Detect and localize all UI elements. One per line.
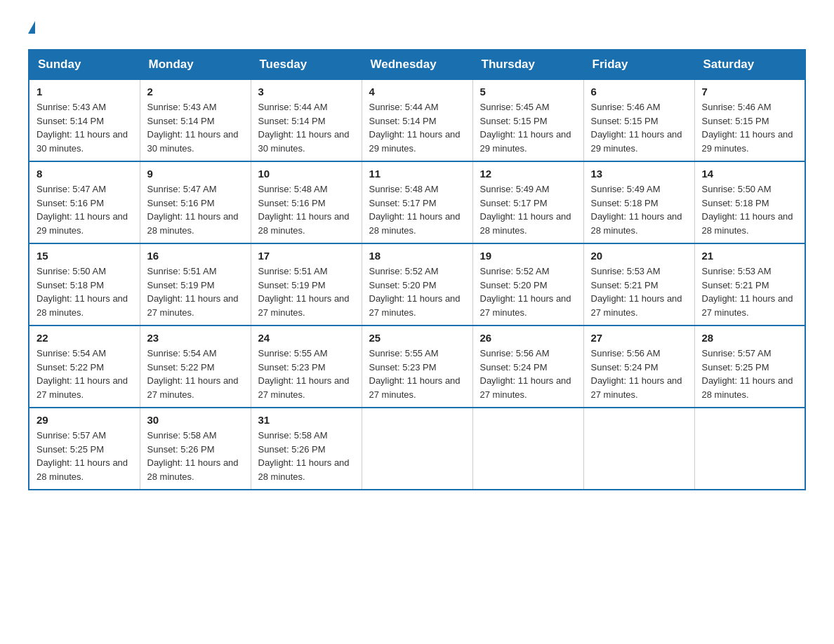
day-info: Sunrise: 5:47 AMSunset: 5:16 PMDaylight:… bbox=[37, 184, 128, 236]
calendar-week-row: 29 Sunrise: 5:57 AMSunset: 5:25 PMDaylig… bbox=[29, 408, 805, 490]
day-number: 30 bbox=[147, 414, 244, 426]
day-number: 16 bbox=[147, 250, 244, 262]
calendar-day-cell: 2 Sunrise: 5:43 AMSunset: 5:14 PMDayligh… bbox=[140, 79, 251, 161]
logo bbox=[28, 21, 35, 35]
calendar-day-cell: 16 Sunrise: 5:51 AMSunset: 5:19 PMDaylig… bbox=[140, 243, 251, 326]
calendar-day-cell: 24 Sunrise: 5:55 AMSunset: 5:23 PMDaylig… bbox=[251, 326, 362, 408]
calendar-day-cell: 31 Sunrise: 5:58 AMSunset: 5:26 PMDaylig… bbox=[251, 408, 362, 490]
calendar-header-monday: Monday bbox=[140, 50, 251, 79]
calendar-header-sunday: Sunday bbox=[29, 50, 140, 79]
calendar-day-cell: 15 Sunrise: 5:50 AMSunset: 5:18 PMDaylig… bbox=[29, 243, 140, 326]
calendar-day-cell: 28 Sunrise: 5:57 AMSunset: 5:25 PMDaylig… bbox=[694, 326, 805, 408]
calendar-day-cell: 27 Sunrise: 5:56 AMSunset: 5:24 PMDaylig… bbox=[583, 326, 694, 408]
calendar-header-friday: Friday bbox=[583, 50, 694, 79]
day-number: 28 bbox=[702, 332, 798, 344]
day-number: 13 bbox=[591, 168, 687, 180]
day-number: 20 bbox=[591, 250, 687, 262]
calendar-day-cell: 23 Sunrise: 5:54 AMSunset: 5:22 PMDaylig… bbox=[140, 326, 251, 408]
day-info: Sunrise: 5:46 AMSunset: 5:15 PMDaylight:… bbox=[702, 102, 793, 154]
day-number: 19 bbox=[480, 250, 576, 262]
day-number: 17 bbox=[258, 250, 355, 262]
calendar-day-cell: 4 Sunrise: 5:44 AMSunset: 5:14 PMDayligh… bbox=[362, 79, 472, 161]
day-info: Sunrise: 5:47 AMSunset: 5:16 PMDaylight:… bbox=[147, 184, 239, 236]
calendar-day-cell: 3 Sunrise: 5:44 AMSunset: 5:14 PMDayligh… bbox=[251, 79, 362, 161]
day-number: 11 bbox=[369, 168, 465, 180]
day-number: 14 bbox=[702, 168, 798, 180]
day-info: Sunrise: 5:53 AMSunset: 5:21 PMDaylight:… bbox=[591, 266, 682, 318]
day-info: Sunrise: 5:58 AMSunset: 5:26 PMDaylight:… bbox=[147, 430, 239, 482]
day-number: 23 bbox=[147, 332, 244, 344]
calendar-header-saturday: Saturday bbox=[694, 50, 805, 79]
calendar-day-cell: 21 Sunrise: 5:53 AMSunset: 5:21 PMDaylig… bbox=[694, 243, 805, 326]
day-number: 6 bbox=[591, 86, 687, 98]
day-number: 4 bbox=[369, 86, 465, 98]
calendar-header-wednesday: Wednesday bbox=[362, 50, 472, 79]
calendar-day-cell bbox=[583, 408, 694, 490]
day-number: 24 bbox=[258, 332, 355, 344]
day-number: 21 bbox=[702, 250, 798, 262]
calendar-day-cell: 11 Sunrise: 5:48 AMSunset: 5:17 PMDaylig… bbox=[362, 161, 472, 243]
day-info: Sunrise: 5:50 AMSunset: 5:18 PMDaylight:… bbox=[702, 184, 793, 236]
day-number: 5 bbox=[480, 86, 576, 98]
calendar-day-cell: 18 Sunrise: 5:52 AMSunset: 5:20 PMDaylig… bbox=[362, 243, 472, 326]
day-info: Sunrise: 5:54 AMSunset: 5:22 PMDaylight:… bbox=[37, 348, 128, 400]
calendar-header-thursday: Thursday bbox=[472, 50, 583, 79]
calendar-header-tuesday: Tuesday bbox=[251, 50, 362, 79]
calendar-day-cell: 7 Sunrise: 5:46 AMSunset: 5:15 PMDayligh… bbox=[694, 79, 805, 161]
calendar-week-row: 15 Sunrise: 5:50 AMSunset: 5:18 PMDaylig… bbox=[29, 243, 805, 326]
day-info: Sunrise: 5:45 AMSunset: 5:15 PMDaylight:… bbox=[480, 102, 571, 154]
day-number: 10 bbox=[258, 168, 355, 180]
day-number: 12 bbox=[480, 168, 576, 180]
calendar-day-cell bbox=[472, 408, 583, 490]
day-info: Sunrise: 5:55 AMSunset: 5:23 PMDaylight:… bbox=[369, 348, 461, 400]
day-number: 27 bbox=[591, 332, 687, 344]
calendar-day-cell: 6 Sunrise: 5:46 AMSunset: 5:15 PMDayligh… bbox=[583, 79, 694, 161]
calendar-day-cell: 19 Sunrise: 5:52 AMSunset: 5:20 PMDaylig… bbox=[472, 243, 583, 326]
day-number: 3 bbox=[258, 86, 355, 98]
calendar-day-cell bbox=[362, 408, 472, 490]
day-info: Sunrise: 5:54 AMSunset: 5:22 PMDaylight:… bbox=[147, 348, 239, 400]
day-number: 31 bbox=[258, 414, 355, 426]
day-number: 15 bbox=[37, 250, 133, 262]
day-info: Sunrise: 5:52 AMSunset: 5:20 PMDaylight:… bbox=[369, 266, 461, 318]
day-info: Sunrise: 5:53 AMSunset: 5:21 PMDaylight:… bbox=[702, 266, 793, 318]
day-number: 1 bbox=[37, 86, 133, 98]
day-info: Sunrise: 5:44 AMSunset: 5:14 PMDaylight:… bbox=[258, 102, 350, 154]
day-info: Sunrise: 5:52 AMSunset: 5:20 PMDaylight:… bbox=[480, 266, 571, 318]
day-info: Sunrise: 5:49 AMSunset: 5:17 PMDaylight:… bbox=[480, 184, 571, 236]
day-info: Sunrise: 5:50 AMSunset: 5:18 PMDaylight:… bbox=[37, 266, 128, 318]
day-info: Sunrise: 5:49 AMSunset: 5:18 PMDaylight:… bbox=[591, 184, 682, 236]
calendar-day-cell: 5 Sunrise: 5:45 AMSunset: 5:15 PMDayligh… bbox=[472, 79, 583, 161]
calendar-day-cell: 14 Sunrise: 5:50 AMSunset: 5:18 PMDaylig… bbox=[694, 161, 805, 243]
day-info: Sunrise: 5:46 AMSunset: 5:15 PMDaylight:… bbox=[591, 102, 682, 154]
page-header bbox=[28, 21, 806, 35]
calendar-day-cell: 9 Sunrise: 5:47 AMSunset: 5:16 PMDayligh… bbox=[140, 161, 251, 243]
day-number: 29 bbox=[37, 414, 133, 426]
calendar-day-cell: 12 Sunrise: 5:49 AMSunset: 5:17 PMDaylig… bbox=[472, 161, 583, 243]
calendar-day-cell: 20 Sunrise: 5:53 AMSunset: 5:21 PMDaylig… bbox=[583, 243, 694, 326]
day-info: Sunrise: 5:48 AMSunset: 5:16 PMDaylight:… bbox=[258, 184, 350, 236]
day-number: 8 bbox=[37, 168, 133, 180]
calendar-day-cell: 25 Sunrise: 5:55 AMSunset: 5:23 PMDaylig… bbox=[362, 326, 472, 408]
logo-triangle-icon bbox=[28, 21, 35, 34]
calendar-day-cell: 17 Sunrise: 5:51 AMSunset: 5:19 PMDaylig… bbox=[251, 243, 362, 326]
day-info: Sunrise: 5:51 AMSunset: 5:19 PMDaylight:… bbox=[258, 266, 350, 318]
calendar-day-cell: 10 Sunrise: 5:48 AMSunset: 5:16 PMDaylig… bbox=[251, 161, 362, 243]
calendar-day-cell bbox=[694, 408, 805, 490]
day-info: Sunrise: 5:43 AMSunset: 5:14 PMDaylight:… bbox=[147, 102, 239, 154]
calendar-day-cell: 22 Sunrise: 5:54 AMSunset: 5:22 PMDaylig… bbox=[29, 326, 140, 408]
calendar-week-row: 22 Sunrise: 5:54 AMSunset: 5:22 PMDaylig… bbox=[29, 326, 805, 408]
calendar-day-cell: 1 Sunrise: 5:43 AMSunset: 5:14 PMDayligh… bbox=[29, 79, 140, 161]
day-number: 18 bbox=[369, 250, 465, 262]
day-number: 7 bbox=[702, 86, 798, 98]
day-info: Sunrise: 5:55 AMSunset: 5:23 PMDaylight:… bbox=[258, 348, 350, 400]
calendar-week-row: 1 Sunrise: 5:43 AMSunset: 5:14 PMDayligh… bbox=[29, 79, 805, 161]
day-info: Sunrise: 5:56 AMSunset: 5:24 PMDaylight:… bbox=[480, 348, 571, 400]
day-number: 26 bbox=[480, 332, 576, 344]
calendar-day-cell: 30 Sunrise: 5:58 AMSunset: 5:26 PMDaylig… bbox=[140, 408, 251, 490]
day-info: Sunrise: 5:43 AMSunset: 5:14 PMDaylight:… bbox=[37, 102, 128, 154]
calendar-header-row: SundayMondayTuesdayWednesdayThursdayFrid… bbox=[29, 50, 805, 79]
calendar-week-row: 8 Sunrise: 5:47 AMSunset: 5:16 PMDayligh… bbox=[29, 161, 805, 243]
calendar-table: SundayMondayTuesdayWednesdayThursdayFrid… bbox=[28, 49, 806, 490]
day-info: Sunrise: 5:44 AMSunset: 5:14 PMDaylight:… bbox=[369, 102, 461, 154]
